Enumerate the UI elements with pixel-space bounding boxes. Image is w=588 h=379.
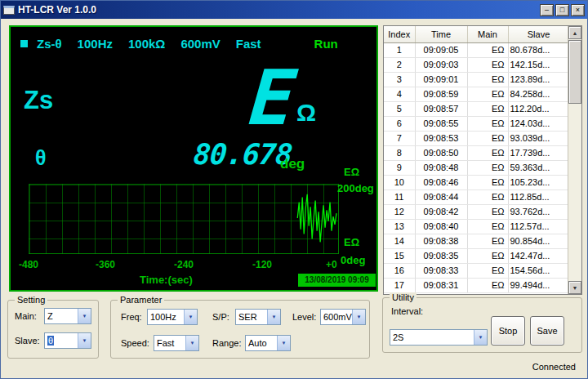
scroll-down-icon[interactable]: ▼	[568, 281, 581, 294]
cell-main: EΩ	[467, 190, 508, 204]
cell-slave: 93.762d...	[508, 204, 569, 219]
cell-main: EΩ	[467, 278, 508, 292]
sp-select[interactable]: SER ▼	[235, 309, 281, 325]
table-row[interactable]: 1109:08:44EΩ112.85d...	[384, 190, 569, 204]
main-select[interactable]: Z ▼	[44, 308, 91, 324]
cell-main: EΩ	[467, 234, 508, 248]
x-tick: -120	[252, 259, 272, 270]
level-label: Level:	[292, 312, 316, 322]
freq-select-value: 100Hz	[148, 312, 184, 322]
chevron-down-icon[interactable]: ▼	[277, 336, 290, 350]
cell-slave: 112.85d...	[508, 190, 569, 204]
cell-slave: 142.47d...	[508, 248, 569, 263]
level-readout: 600mV	[180, 37, 220, 51]
header-slave[interactable]: Slave	[508, 26, 569, 42]
measurement-grid: Index Time Main Slave 109:09:05EΩ80.678d…	[384, 26, 570, 293]
setting-group: Setting Main: Z ▼ Slave: θ ▼	[7, 300, 99, 359]
table-row[interactable]: 409:08:59EΩ84.258d...	[384, 87, 569, 101]
x-axis-label: Time:(sec)	[140, 274, 193, 286]
chevron-down-icon[interactable]: ▼	[185, 336, 198, 350]
cell-slave: 112.57d...	[508, 219, 569, 234]
y-axis-bottom-label: 0deg	[341, 254, 365, 266]
level-select[interactable]: 600mV ▼	[320, 309, 366, 325]
cell-slave: 90.854d...	[508, 234, 569, 248]
scroll-thumb[interactable]	[568, 40, 581, 104]
sp-select-value: SER	[236, 312, 267, 322]
close-button[interactable]: ×	[571, 4, 585, 16]
chevron-down-icon[interactable]: ▼	[78, 333, 91, 348]
x-tick: -480	[19, 259, 38, 270]
chevron-down-icon[interactable]: ▼	[474, 330, 487, 345]
table-row[interactable]: 1409:08:38EΩ90.854d...	[384, 234, 569, 248]
table-row[interactable]: 209:09:03EΩ142.15d...	[384, 57, 569, 72]
cell-main: EΩ	[467, 72, 508, 87]
header-main[interactable]: Main	[467, 26, 508, 42]
cell-main: EΩ	[467, 116, 508, 131]
mode-indicator-icon	[20, 40, 28, 47]
stop-button[interactable]: Stop	[491, 316, 525, 346]
setting-group-title: Setting	[15, 295, 47, 305]
table-row[interactable]: 709:08:53EΩ93.039d...	[384, 131, 569, 145]
table-row[interactable]: 1509:08:35EΩ142.47d...	[384, 248, 569, 263]
cell-time: 09:08:50	[415, 145, 467, 160]
cell-time: 09:09:03	[415, 57, 467, 72]
y-axis-top-label: 200deg	[337, 182, 374, 194]
minimize-button[interactable]: –	[540, 4, 554, 16]
cell-time: 09:08:40	[415, 219, 467, 234]
speed-select-value: Fast	[154, 338, 185, 348]
lcd-status-row: Zs-θ 100Hz 100kΩ 600mV Fast Run	[20, 37, 370, 51]
waveform-trace	[297, 194, 336, 243]
cell-time: 09:08:31	[415, 278, 467, 292]
chevron-down-icon[interactable]: ▼	[267, 310, 280, 324]
speed-select[interactable]: Fast ▼	[154, 335, 199, 351]
main-value-readout: E	[247, 61, 299, 136]
table-row[interactable]: 1209:08:42EΩ93.762d...	[384, 204, 569, 219]
range-readout: 100kΩ	[128, 37, 165, 51]
range-select[interactable]: Auto ▼	[245, 335, 291, 351]
table-row[interactable]: 1709:08:31EΩ99.494d...	[384, 278, 569, 292]
table-row[interactable]: 909:08:48EΩ59.363d...	[384, 160, 569, 175]
waveform-canvas	[29, 185, 338, 253]
table-row[interactable]: 1309:08:40EΩ112.57d...	[384, 219, 569, 234]
table-row[interactable]: 109:09:05EΩ80.678d...	[384, 42, 569, 57]
cell-time: 09:08:57	[415, 101, 467, 116]
cell-slave: 17.739d...	[508, 145, 569, 160]
table-scrollbar[interactable]: ▲ ▼	[568, 26, 581, 294]
table-row[interactable]: 1609:08:33EΩ154.56d...	[384, 263, 569, 278]
cell-main: EΩ	[467, 160, 508, 175]
cell-main: EΩ	[467, 248, 508, 263]
freq-select[interactable]: 100Hz ▼	[147, 309, 198, 325]
interval-select[interactable]: 2S ▼	[390, 329, 488, 346]
cell-slave: 154.56d...	[508, 263, 569, 278]
table-body: 109:09:05EΩ80.678d...209:09:03EΩ142.15d.…	[384, 42, 569, 292]
table-row[interactable]: 809:08:50EΩ17.739d...	[384, 145, 569, 160]
chevron-down-icon[interactable]: ▼	[78, 309, 91, 323]
header-time[interactable]: Time	[415, 26, 467, 42]
cell-time: 09:09:05	[415, 42, 467, 57]
range-label: Range:	[212, 338, 241, 348]
cell-time: 09:08:55	[415, 116, 467, 131]
table-row[interactable]: 309:09:01EΩ123.89d...	[384, 72, 569, 87]
main-parameter-label: Zs	[24, 86, 53, 115]
table-row[interactable]: 609:08:55EΩ124.03d...	[384, 116, 569, 131]
header-index[interactable]: Index	[384, 26, 415, 42]
table-row[interactable]: 509:08:57EΩ112.20d...	[384, 101, 569, 116]
cell-index: 11	[384, 190, 415, 204]
utility-group: Utility Interval: 2S ▼ Stop Save	[382, 297, 582, 353]
scroll-up-icon[interactable]: ▲	[568, 26, 581, 39]
chevron-down-icon[interactable]: ▼	[184, 310, 197, 324]
cell-time: 09:08:46	[415, 175, 467, 190]
chevron-down-icon[interactable]: ▼	[352, 310, 365, 324]
table-row[interactable]: 1009:08:46EΩ105.23d...	[384, 175, 569, 190]
maximize-button[interactable]: □	[555, 4, 569, 16]
cell-index: 17	[384, 278, 415, 292]
lcd-display: Zs-θ 100Hz 100kΩ 600mV Fast Run Zs E Ω θ…	[9, 25, 378, 292]
cell-main: EΩ	[467, 145, 508, 160]
titlebar[interactable]: HT-LCR Ver 1.0.0 – □ ×	[1, 1, 587, 19]
connection-status: Connected	[532, 362, 576, 372]
speed-label: Speed:	[121, 338, 149, 348]
slave-label: Slave:	[15, 336, 40, 346]
slave-select[interactable]: θ ▼	[44, 332, 91, 349]
save-button[interactable]: Save	[530, 316, 564, 346]
cell-main: EΩ	[467, 131, 508, 145]
